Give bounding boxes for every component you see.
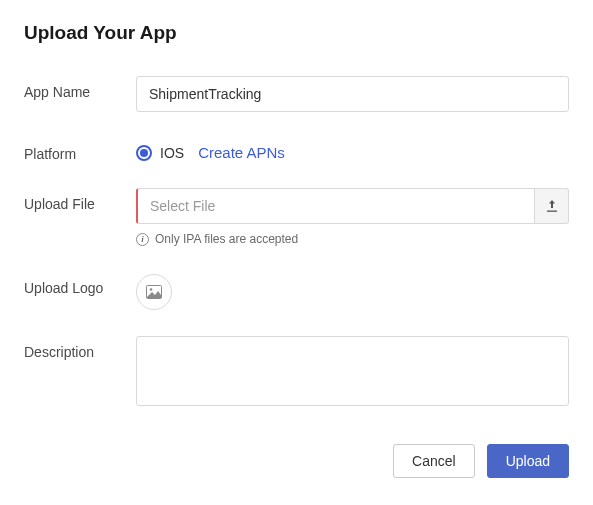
radio-icon — [136, 145, 152, 161]
app-name-input[interactable] — [136, 76, 569, 112]
upload-file-input[interactable]: Select File — [136, 188, 535, 224]
description-label: Description — [24, 336, 136, 360]
description-textarea[interactable] — [136, 336, 569, 406]
platform-radio-label: IOS — [160, 145, 184, 161]
info-icon: i — [136, 233, 149, 246]
upload-button[interactable]: Upload — [487, 444, 569, 478]
page-title: Upload Your App — [24, 22, 569, 44]
upload-file-label: Upload File — [24, 188, 136, 212]
image-icon — [146, 285, 162, 299]
cancel-button[interactable]: Cancel — [393, 444, 475, 478]
platform-radio-ios[interactable]: IOS — [136, 145, 184, 161]
platform-label: Platform — [24, 138, 136, 162]
upload-file-button[interactable] — [535, 188, 569, 224]
upload-logo-label: Upload Logo — [24, 272, 136, 296]
svg-point-2 — [150, 288, 153, 291]
app-name-label: App Name — [24, 76, 136, 100]
upload-icon — [545, 199, 559, 213]
create-apns-link[interactable]: Create APNs — [198, 144, 285, 161]
svg-rect-0 — [547, 211, 557, 212]
upload-logo-button[interactable] — [136, 274, 172, 310]
upload-file-hint: Only IPA files are accepted — [155, 232, 298, 246]
